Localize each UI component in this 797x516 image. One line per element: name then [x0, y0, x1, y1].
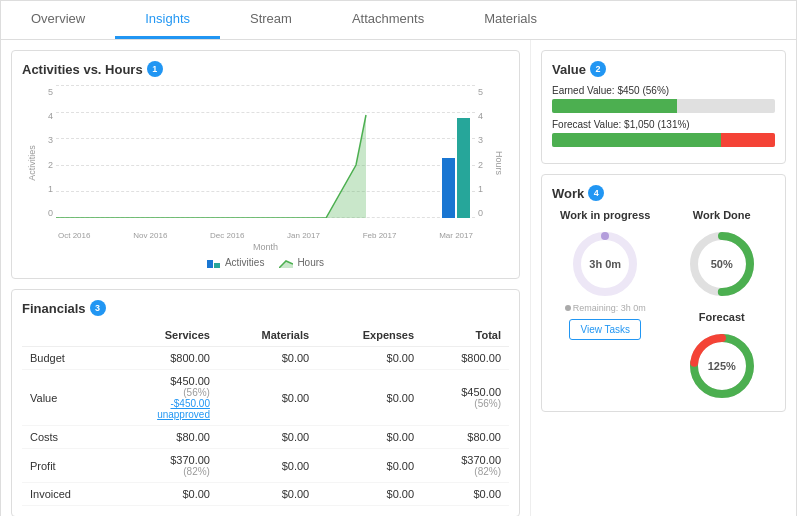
cell-invoiced-services: $0.00 [111, 483, 218, 506]
svg-rect-1 [207, 260, 213, 268]
cell-invoiced-expenses: $0.00 [317, 483, 422, 506]
value-title: Value 2 [552, 61, 775, 77]
cell-costs-materials: $0.00 [218, 426, 317, 449]
bar-chart [442, 118, 470, 218]
bar-hours [457, 118, 470, 218]
cell-value-materials: $0.00 [218, 370, 317, 426]
x-axis-label: Month [22, 242, 509, 252]
cell-profit-total: $370.00 (82%) [422, 449, 509, 483]
forecast-value-bar: Forecast Value: $1,050 (131%) [552, 119, 775, 147]
y-axis-right-label: Hours [494, 150, 504, 174]
cell-profit-services: $370.00 (82%) [111, 449, 218, 483]
tab-attachments[interactable]: Attachments [322, 1, 454, 39]
col-header-total: Total [422, 324, 509, 347]
svg-rect-2 [214, 263, 220, 268]
col-header-expenses: Expenses [317, 324, 422, 347]
cell-budget-total: $800.00 [422, 347, 509, 370]
financials-section: Financials 3 Services Materials Expenses… [11, 289, 520, 516]
table-row: Invoiced $0.00 $0.00 $0.00 $0.00 [22, 483, 509, 506]
svg-marker-0 [56, 115, 366, 218]
cell-budget-expenses: $0.00 [317, 347, 422, 370]
x-axis: Oct 2016 Nov 2016 Dec 2016 Jan 2017 Feb … [56, 231, 475, 240]
work-done-donut: 50% [687, 229, 757, 299]
row-label-costs: Costs [22, 426, 111, 449]
cell-profit-expenses: $0.00 [317, 449, 422, 483]
tab-insights[interactable]: Insights [115, 1, 220, 39]
cell-budget-services: $800.00 [111, 347, 218, 370]
col-header-services: Services [111, 324, 218, 347]
tab-bar: Overview Insights Stream Attachments Mat… [1, 1, 796, 40]
tab-stream[interactable]: Stream [220, 1, 322, 39]
work-grid: Work in progress 3h 0m Remaining: 3h 0m … [552, 209, 775, 401]
col-header-label [22, 324, 111, 347]
cell-value-services: $450.00 (56%) -$450.00unapproved [111, 370, 218, 426]
y-axis-left-label: Activities [27, 145, 37, 181]
work-in-progress-item: Work in progress 3h 0m Remaining: 3h 0m … [552, 209, 659, 401]
table-row: Budget $800.00 $0.00 $0.00 $800.00 [22, 347, 509, 370]
activities-chart-section: Activities vs. Hours 1 Activities 5 4 3 … [11, 50, 520, 279]
activities-bar-icon [207, 258, 221, 268]
value-section: Value 2 Earned Value: $450 (56%) Forecas… [541, 50, 786, 164]
cell-costs-expenses: $0.00 [317, 426, 422, 449]
financials-title: Financials 3 [22, 300, 509, 316]
cell-value-expenses: $0.00 [317, 370, 422, 426]
forecast-item: Forecast 125% [687, 311, 757, 401]
table-row: Value $450.00 (56%) -$450.00unapproved $… [22, 370, 509, 426]
work-done-item: Work Done 50% Forecast [669, 209, 776, 401]
col-header-materials: Materials [218, 324, 317, 347]
table-row: Profit $370.00 (82%) $0.00 $0.00 $370.00… [22, 449, 509, 483]
cell-invoiced-materials: $0.00 [218, 483, 317, 506]
cell-profit-materials: $0.00 [218, 449, 317, 483]
cell-costs-services: $80.00 [111, 426, 218, 449]
chart-title: Activities vs. Hours 1 [22, 61, 509, 77]
tab-materials[interactable]: Materials [454, 1, 567, 39]
forecast-donut: 125% [687, 331, 757, 401]
work-section: Work 4 Work in progress 3h 0m [541, 174, 786, 412]
remaining-text: Remaining: 3h 0m [565, 303, 646, 313]
row-label-budget: Budget [22, 347, 111, 370]
hours-area-icon [279, 258, 293, 268]
earned-value-bar: Earned Value: $450 (56%) [552, 85, 775, 113]
wip-donut: 3h 0m [570, 229, 640, 299]
legend-hours: Hours [279, 257, 324, 268]
table-row: Costs $80.00 $0.00 $0.00 $80.00 [22, 426, 509, 449]
cell-invoiced-total: $0.00 [422, 483, 509, 506]
row-label-invoiced: Invoiced [22, 483, 111, 506]
legend-activities: Activities [207, 257, 264, 268]
financials-table: Services Materials Expenses Total Budget… [22, 324, 509, 506]
tab-overview[interactable]: Overview [1, 1, 115, 39]
bar-activities [442, 158, 455, 218]
row-label-profit: Profit [22, 449, 111, 483]
cell-budget-materials: $0.00 [218, 347, 317, 370]
chart-legend: Activities Hours [22, 257, 509, 268]
area-chart [56, 85, 475, 218]
work-title: Work 4 [552, 185, 775, 201]
view-tasks-button[interactable]: View Tasks [569, 319, 641, 340]
cell-costs-total: $80.00 [422, 426, 509, 449]
cell-value-total: $450.00 (56%) [422, 370, 509, 426]
row-label-value: Value [22, 370, 111, 426]
